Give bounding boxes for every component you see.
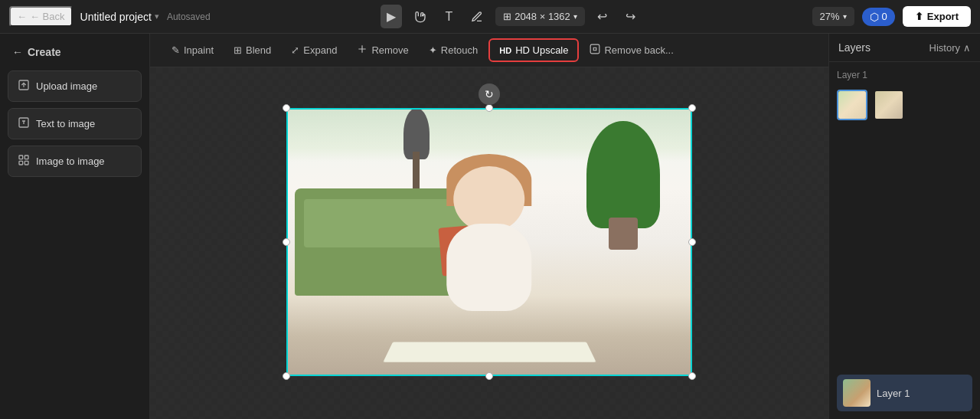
handle-top-left[interactable]: [283, 104, 290, 112]
expand-icon: ⤢: [291, 44, 299, 56]
layer-item-thumbnail: [843, 379, 871, 407]
zoom-button[interactable]: 27% ▾: [812, 7, 854, 26]
child-head: [454, 166, 525, 232]
layer-thumb-1[interactable]: [837, 90, 867, 120]
right-panel: Layers History ∧ Layer 1: [828, 34, 980, 419]
book-decoration: [383, 342, 596, 362]
upload-image-label: Upload image: [36, 80, 97, 92]
create-label: Create: [28, 46, 61, 58]
layer-thumbnails: [837, 90, 972, 120]
back-button[interactable]: ← ← Back: [9, 6, 73, 27]
main-area: ← Create Upload image Text to image Imag…: [0, 34, 980, 419]
tool-options-bar: ✎ Inpaint ⊞ Blend ⤢ Expand Remove ✦ Reto…: [150, 34, 828, 67]
svg-rect-4: [24, 155, 28, 159]
chevron-up-icon: ∧: [963, 42, 971, 54]
layer-item-name: Layer 1: [877, 388, 910, 399]
hd-upscale-icon: HD: [499, 46, 511, 55]
svg-rect-7: [591, 44, 600, 54]
credits-count: 0: [882, 11, 887, 22]
blend-button[interactable]: ⊞ Blend: [224, 40, 280, 61]
upload-image-button[interactable]: Upload image: [8, 70, 142, 102]
inpaint-button[interactable]: ✎ Inpaint: [162, 40, 223, 61]
dimensions-icon: ⊞: [503, 11, 511, 22]
app-header: ← ← Back Untitled project ▾ Autosaved ▶ …: [0, 0, 980, 34]
canvas-wrapper: ↻: [286, 108, 692, 379]
handle-top-mid[interactable]: [485, 104, 493, 112]
thumb-image-2: [875, 91, 903, 119]
create-back-icon: ←: [12, 46, 23, 58]
remove-label: Remove: [371, 44, 408, 56]
chevron-down-icon: ▾: [155, 11, 159, 21]
layers-title: Layers: [838, 41, 871, 54]
header-left: ← ← Back Untitled project ▾ Autosaved: [9, 6, 211, 27]
handle-bottom-mid[interactable]: [485, 372, 493, 380]
credits-badge[interactable]: ⬡ 0: [862, 8, 895, 26]
history-label: History: [929, 42, 960, 54]
export-icon: ⬆: [915, 11, 923, 22]
handle-mid-left[interactable]: [283, 238, 290, 246]
expand-label: Expand: [303, 44, 337, 56]
canvas-area[interactable]: ↻: [150, 67, 828, 419]
handle-bottom-right[interactable]: [688, 372, 696, 380]
canvas-image[interactable]: [286, 108, 692, 376]
expand-button[interactable]: ⤢ Expand: [282, 40, 346, 61]
back-arrow-icon: ←: [17, 11, 27, 22]
handle-mid-right[interactable]: [688, 238, 696, 246]
header-right: 27% ▾ ⬡ 0 ⬆ Export: [812, 6, 971, 27]
layer-thumb-2[interactable]: [874, 90, 904, 120]
credits-icon: ⬡: [870, 11, 879, 23]
hd-upscale-label: HD Upscale: [515, 44, 568, 56]
thumb-image-1: [838, 91, 866, 119]
chevron-down-icon: ▾: [573, 12, 577, 21]
hd-upscale-button[interactable]: HD HD Upscale: [488, 38, 579, 62]
upload-icon: [18, 79, 30, 93]
handle-top-right[interactable]: [688, 104, 696, 112]
hand-tool-button[interactable]: [408, 6, 433, 28]
inpaint-label: Inpaint: [184, 44, 214, 56]
svg-rect-3: [19, 155, 23, 159]
select-tool-button[interactable]: ▶: [381, 5, 402, 28]
blend-label: Blend: [246, 44, 271, 56]
redo-button[interactable]: ↪: [619, 5, 642, 28]
remove-background-button[interactable]: Remove back...: [580, 39, 682, 61]
project-title-text: Untitled project: [80, 11, 152, 23]
svg-rect-5: [19, 161, 23, 165]
dimensions-button[interactable]: ⊞ 2048 × 1362 ▾: [495, 7, 585, 26]
project-title[interactable]: Untitled project ▾: [80, 11, 159, 23]
image-to-image-label: Image to image: [36, 155, 105, 167]
text-tool-button[interactable]: T: [439, 5, 459, 28]
right-panel-header: Layers History ∧: [829, 34, 980, 62]
remove-icon: [357, 44, 368, 57]
image-to-image-button[interactable]: Image to image: [8, 146, 142, 177]
remove-background-icon: [590, 44, 600, 57]
export-button[interactable]: ⬆ Export: [903, 6, 971, 27]
retouch-icon: ✦: [429, 44, 437, 56]
image-container[interactable]: [286, 108, 692, 376]
text-to-image-icon: [18, 116, 30, 131]
retouch-label: Retouch: [441, 44, 478, 56]
inpaint-icon: ✎: [172, 44, 180, 56]
image-to-image-icon: [18, 154, 30, 169]
content-area: ✎ Inpaint ⊞ Blend ⤢ Expand Remove ✦ Reto…: [150, 34, 828, 419]
pen-tool-button[interactable]: [465, 6, 489, 28]
handle-bottom-left[interactable]: [283, 372, 290, 380]
undo-button[interactable]: ↩: [591, 5, 613, 28]
autosaved-label: Autosaved: [167, 11, 211, 22]
history-button[interactable]: History ∧: [929, 42, 971, 54]
zoom-level: 27%: [820, 11, 840, 22]
child-body: [446, 224, 531, 311]
dimensions-text: 2048 × 1362: [514, 11, 570, 22]
svg-rect-6: [24, 161, 28, 165]
plant-decoration: [586, 121, 659, 228]
layer-section-label: Layer 1: [837, 70, 972, 80]
text-to-image-button[interactable]: Text to image: [8, 108, 142, 139]
refresh-button[interactable]: ↻: [479, 83, 500, 105]
left-sidebar: ← Create Upload image Text to image Imag…: [0, 34, 150, 419]
export-label: Export: [927, 11, 959, 22]
retouch-button[interactable]: ✦ Retouch: [420, 40, 487, 61]
blend-icon: ⊞: [234, 44, 242, 56]
remove-button[interactable]: Remove: [348, 39, 417, 61]
layer-item[interactable]: Layer 1: [837, 375, 972, 411]
remove-background-label: Remove back...: [604, 44, 673, 56]
layers-content: Layer 1 Layer 1: [829, 62, 980, 419]
